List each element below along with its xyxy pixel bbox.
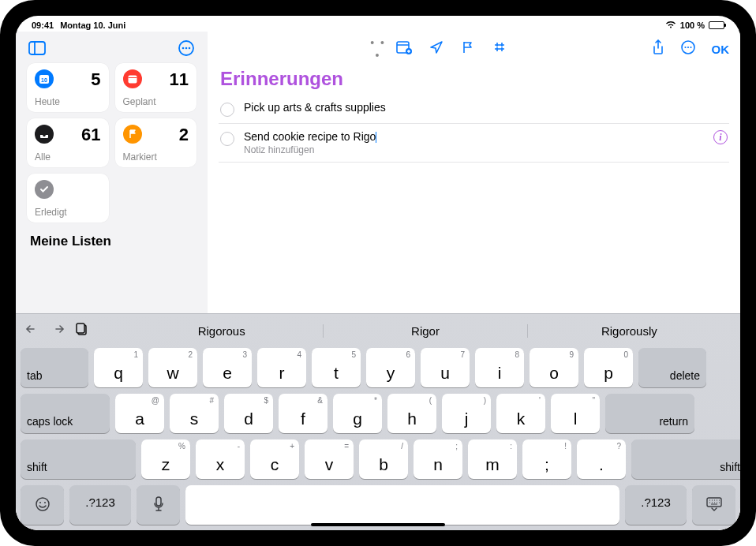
key-a[interactable]: a@: [115, 394, 164, 433]
key-o[interactable]: o9: [530, 348, 578, 387]
key-w[interactable]: w2: [148, 348, 197, 387]
key-z[interactable]: z%: [141, 439, 190, 479]
number-switch-key-left[interactable]: .?123: [69, 485, 131, 525]
complete-checkbox[interactable]: [220, 132, 234, 146]
undo-icon[interactable]: [25, 323, 39, 338]
svg-point-5: [189, 47, 191, 50]
svg-rect-8: [128, 76, 137, 84]
more-toolbar-icon[interactable]: [680, 39, 696, 59]
delete-key[interactable]: delete: [638, 348, 706, 387]
tile-flagged[interactable]: 2 Markiert: [115, 118, 197, 167]
tile-today-label: Heute: [35, 96, 101, 107]
key-k[interactable]: k': [496, 394, 545, 433]
share-icon[interactable]: [652, 39, 664, 59]
calendar-add-icon[interactable]: [396, 40, 412, 58]
key-b[interactable]: b/: [359, 439, 408, 479]
space-key[interactable]: [185, 485, 619, 525]
checkmark-icon: [35, 180, 54, 199]
my-lists-header: Meine Listen: [24, 223, 200, 252]
emoji-key[interactable]: [21, 485, 64, 525]
mic-key[interactable]: [137, 485, 180, 525]
tab-key[interactable]: tab: [21, 348, 88, 387]
svg-point-3: [182, 47, 185, 50]
battery-percentage: 100 %: [680, 21, 705, 30]
status-bar: 09:41 Montag 10. Juni 100 %: [16, 16, 740, 32]
calendar-icon: [123, 69, 142, 88]
key-u[interactable]: u7: [421, 348, 470, 387]
keyboard-row-3: shift z%x-c+v=b/n;m:;!.?shift: [21, 439, 735, 479]
key-n[interactable]: n;: [414, 439, 462, 479]
info-icon[interactable]: i: [713, 130, 728, 144]
key-i[interactable]: i8: [475, 348, 524, 387]
key-v[interactable]: v=: [305, 439, 354, 479]
redo-icon[interactable]: [51, 323, 65, 338]
svg-point-21: [44, 502, 46, 503]
shift-key-left[interactable]: shift: [21, 439, 136, 479]
key-j[interactable]: j): [442, 394, 491, 433]
location-icon[interactable]: [429, 40, 443, 58]
tile-completed[interactable]: Erledigt: [27, 174, 109, 223]
key-p[interactable]: p0: [584, 348, 633, 387]
add-note-placeholder[interactable]: Notiz hinzufügen: [244, 144, 704, 155]
tag-icon[interactable]: [492, 40, 507, 58]
suggestion[interactable]: Rigor: [324, 324, 527, 338]
return-key[interactable]: return: [605, 394, 694, 433]
svg-point-4: [185, 47, 188, 50]
sidebar-toggle-icon[interactable]: [28, 41, 46, 55]
dismiss-keyboard-key[interactable]: [692, 485, 735, 525]
svg-point-15: [687, 46, 688, 47]
reminder-row[interactable]: Pick up arts & crafts supplies: [219, 95, 729, 124]
list-title: Erinnerungen: [219, 62, 729, 95]
clipboard-icon[interactable]: [76, 323, 88, 339]
key-q[interactable]: q1: [94, 348, 143, 387]
svg-rect-0: [29, 42, 45, 54]
key-d[interactable]: d$: [224, 394, 273, 433]
tile-completed-label: Erledigt: [35, 207, 101, 218]
tile-all-label: Alle: [35, 151, 101, 163]
battery-icon: [709, 21, 724, 29]
multitask-handle-icon[interactable]: • • •: [366, 36, 390, 62]
key-x[interactable]: x-: [196, 439, 245, 479]
key-s[interactable]: s#: [170, 394, 219, 433]
key-t[interactable]: t5: [312, 348, 361, 387]
capslock-key[interactable]: caps lock: [21, 394, 110, 433]
tile-scheduled[interactable]: 11 Geplant: [115, 63, 197, 112]
key-f[interactable]: f&: [279, 394, 327, 433]
key-.[interactable]: .?: [577, 439, 626, 479]
tile-scheduled-label: Geplant: [123, 96, 189, 107]
tile-today-count: 5: [91, 69, 100, 90]
suggestion[interactable]: Rigorously: [528, 324, 731, 338]
inbox-icon: [35, 125, 54, 144]
reminder-title[interactable]: Pick up arts & crafts supplies: [244, 101, 728, 114]
number-switch-key-right[interactable]: .?123: [625, 485, 687, 525]
key-l[interactable]: l": [551, 394, 600, 433]
key-g[interactable]: g*: [333, 394, 382, 433]
flag-toolbar-icon[interactable]: [461, 40, 475, 58]
key-r[interactable]: r4: [257, 348, 306, 387]
more-icon[interactable]: [178, 39, 195, 57]
keyboard-row-1: tab q1w2e3r4t5y6u7i8o9p0delete: [21, 348, 735, 387]
svg-rect-22: [156, 497, 161, 506]
complete-checkbox[interactable]: [220, 103, 234, 117]
key-y[interactable]: y6: [366, 348, 415, 387]
wifi-icon: [665, 21, 676, 30]
key-e[interactable]: e3: [203, 348, 252, 387]
reminder-title-editing[interactable]: Send cookie recipe to Rigo: [244, 130, 704, 143]
key-m[interactable]: m:: [468, 439, 517, 479]
flag-icon: [123, 125, 142, 144]
key-h[interactable]: h(: [387, 394, 436, 433]
key-;[interactable]: ;!: [522, 439, 571, 479]
status-date: Montag 10. Juni: [60, 21, 125, 30]
onscreen-keyboard: Rigorous Rigor Rigorously tab q1w2e3r4t5…: [16, 313, 740, 530]
shift-key-right[interactable]: shift: [631, 439, 740, 479]
suggestion[interactable]: Rigorous: [120, 324, 324, 338]
keyboard-row-4: .?123 .?123: [21, 485, 735, 525]
svg-point-20: [39, 502, 41, 503]
tile-today[interactable]: 10 5 Heute: [27, 63, 109, 112]
key-c[interactable]: c+: [250, 439, 299, 479]
reminder-row-editing[interactable]: Send cookie recipe to Rigo Notiz hinzufü…: [219, 124, 729, 163]
done-button[interactable]: OK: [712, 43, 730, 56]
status-time: 09:41: [32, 21, 54, 30]
tile-all[interactable]: 61 Alle: [27, 118, 109, 167]
home-indicator[interactable]: [311, 523, 445, 526]
